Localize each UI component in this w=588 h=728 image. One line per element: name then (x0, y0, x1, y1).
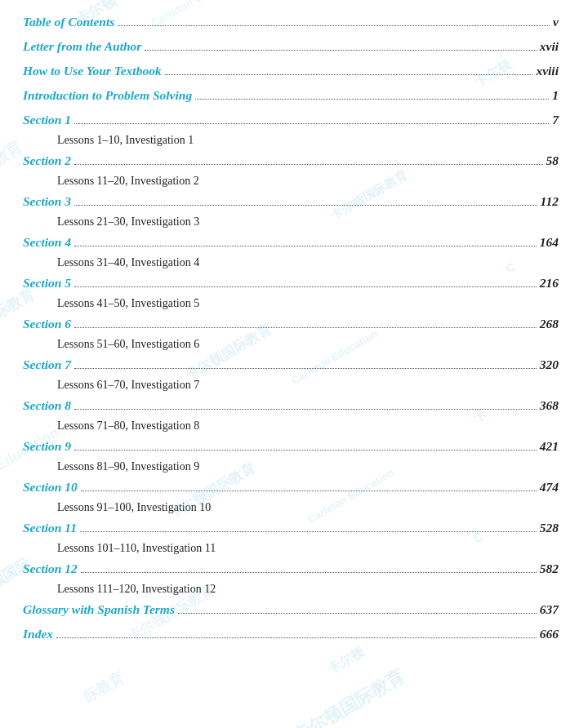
toc-page-7: 164 (540, 235, 559, 250)
toc-entry-4: Section 17 (23, 113, 559, 134)
toc-title-1: Letter from the Author (23, 39, 141, 54)
toc-page-14: 528 (540, 521, 559, 535)
toc-entry-16: Glossary with Spanish Terms637 (23, 602, 559, 624)
toc-page-12: 421 (540, 439, 559, 454)
toc-title-17: Index (23, 627, 53, 641)
toc-dots-12 (74, 450, 537, 451)
toc-sub-9: Lessons 51–60, Investigation 6 (57, 338, 559, 351)
toc-sub-14: Lessons 101–110, Investigation 11 (57, 542, 559, 555)
toc-title-11: Section 8 (23, 398, 71, 413)
toc-title-8: Section 5 (23, 276, 71, 291)
toc-entry-11: Section 8368 (23, 398, 559, 419)
toc-dots-8 (74, 286, 537, 287)
toc-page-4: 7 (552, 113, 559, 127)
toc-page-11: 368 (540, 398, 559, 413)
toc-container: Table of ContentsvLetter from the Author… (23, 15, 559, 651)
toc-sub-11: Lessons 71–80, Investigation 8 (57, 419, 559, 433)
toc-page-16: 637 (540, 602, 559, 617)
toc-title-2: How to Use Your Textbook (23, 64, 162, 78)
toc-dots-7 (74, 246, 537, 246)
toc-title-9: Section 6 (23, 317, 71, 331)
toc-page-6: 112 (541, 194, 559, 209)
toc-page-17: 666 (540, 627, 559, 641)
toc-title-7: Section 4 (23, 235, 71, 250)
toc-page-0: v (553, 15, 559, 29)
toc-sub-6: Lessons 21–30, Investigation 3 (57, 215, 559, 229)
toc-dots-17 (56, 637, 537, 638)
toc-title-15: Section 12 (23, 562, 78, 576)
page-container: 卡尔顿 Carleton Edu 卡尔顿 际教育 卡尔顿国际教育 C 际教育 卡… (0, 0, 588, 728)
toc-dots-16 (178, 613, 537, 614)
toc-entry-5: Section 258 (23, 153, 559, 175)
toc-entry-13: Section 10474 (23, 480, 559, 501)
toc-sub-8: Lessons 41–50, Investigation 5 (57, 297, 559, 310)
toc-page-15: 582 (540, 562, 559, 576)
toc-entry-0: Table of Contentsv (23, 15, 559, 36)
toc-title-0: Table of Contents (23, 15, 114, 29)
toc-dots-2 (165, 74, 533, 75)
toc-dots-11 (74, 409, 537, 410)
toc-entry-6: Section 3112 (23, 194, 559, 215)
toc-dots-14 (80, 531, 537, 532)
toc-entry-1: Letter from the Authorxvii (23, 39, 559, 60)
toc-title-3: Introduction to Problem Solving (23, 88, 192, 103)
toc-entry-15: Section 12582 (23, 562, 559, 583)
toc-entry-2: How to Use Your Textbookxviii (23, 64, 559, 85)
toc-title-16: Glossary with Spanish Terms (23, 602, 175, 617)
toc-entry-12: Section 9421 (23, 439, 559, 460)
toc-sub-15: Lessons 111–120, Investigation 12 (57, 583, 559, 596)
toc-dots-3 (195, 99, 549, 100)
toc-page-1: xvii (540, 39, 559, 54)
toc-page-13: 474 (540, 480, 559, 495)
toc-dots-4 (74, 123, 549, 124)
toc-sub-10: Lessons 61–70, Investigation 7 (57, 379, 559, 392)
toc-entry-8: Section 5216 (23, 276, 559, 297)
toc-dots-0 (118, 25, 550, 26)
toc-sub-4: Lessons 1–10, Investigation 1 (57, 134, 559, 147)
toc-title-6: Section 3 (23, 194, 71, 209)
toc-dots-10 (74, 368, 537, 369)
toc-title-14: Section 11 (23, 521, 77, 535)
toc-page-9: 268 (540, 317, 559, 331)
toc-dots-6 (74, 205, 537, 206)
toc-entry-17: Index666 (23, 627, 559, 648)
toc-sub-7: Lessons 31–40, Investigation 4 (57, 256, 559, 269)
toc-entry-9: Section 6268 (23, 317, 559, 338)
toc-page-8: 216 (540, 276, 559, 291)
toc-page-3: 1 (552, 88, 559, 103)
toc-dots-13 (81, 491, 537, 491)
toc-title-12: Section 9 (23, 439, 71, 454)
toc-title-4: Section 1 (23, 113, 71, 127)
toc-dots-15 (81, 572, 537, 573)
toc-dots-9 (74, 327, 537, 328)
toc-entry-7: Section 4164 (23, 235, 559, 256)
toc-title-10: Section 7 (23, 357, 71, 372)
toc-sub-12: Lessons 81–90, Investigation 9 (57, 460, 559, 473)
toc-page-5: 58 (546, 153, 559, 168)
toc-dots-1 (145, 50, 536, 51)
toc-page-2: xviii (536, 64, 559, 78)
toc-sub-5: Lessons 11–20, Investigation 2 (57, 175, 559, 188)
toc-entry-14: Section 11528 (23, 521, 559, 542)
toc-dots-5 (74, 164, 543, 165)
toc-title-5: Section 2 (23, 153, 71, 168)
toc-sub-13: Lessons 91–100, Investigation 10 (57, 501, 559, 514)
toc-entry-3: Introduction to Problem Solving1 (23, 88, 559, 109)
toc-entry-10: Section 7320 (23, 357, 559, 379)
toc-page-10: 320 (540, 357, 559, 372)
toc-title-13: Section 10 (23, 480, 78, 495)
